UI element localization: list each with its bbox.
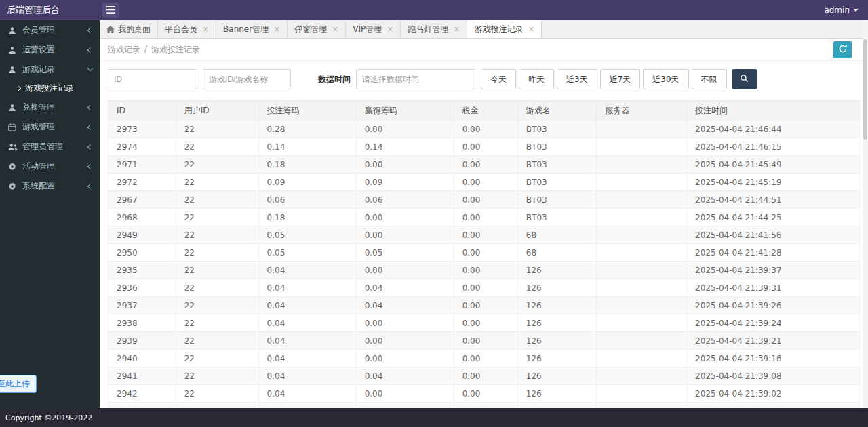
table-cell: BT03	[517, 174, 596, 191]
user-icon	[8, 104, 18, 112]
range-button-no-limit[interactable]: 不限	[692, 69, 727, 89]
tab-close-icon[interactable]: ×	[387, 24, 393, 34]
table-cell: 0.00	[454, 209, 517, 226]
refresh-button[interactable]	[833, 41, 852, 58]
table-cell: 2937	[108, 297, 176, 314]
chevron-right-icon	[16, 86, 21, 91]
table-cell: 2025-04-04 21:45:49	[687, 156, 860, 174]
range-button-last-30-days[interactable]: 近30天	[643, 69, 688, 89]
table-cell: 0.18	[258, 156, 356, 174]
sidebar-subitem-game-bet-records[interactable]: 游戏投注记录	[0, 79, 100, 98]
sidebar-item-game-records[interactable]: 游戏记录	[0, 60, 100, 79]
tab-label: 弹窗管理	[294, 24, 327, 35]
tab-marquee-management[interactable]: 跑马灯管理×	[401, 20, 467, 38]
table-cell: 2941	[108, 367, 176, 385]
sidebar-item-admin-management[interactable]: 管理员管理	[0, 137, 100, 157]
id-input[interactable]	[108, 69, 197, 89]
tab-label: 我的桌面	[118, 24, 151, 35]
table-cell: 0.09	[258, 174, 356, 191]
tab-popup-management[interactable]: 弹窗管理×	[288, 20, 346, 38]
records-table: ID用户ID投注筹码赢得筹码税金游戏名服务器投注时间 2973220.280.0…	[108, 100, 860, 408]
range-button-yesterday[interactable]: 昨天	[519, 69, 554, 89]
table-cell	[597, 138, 687, 156]
table-cell: 22	[176, 350, 258, 367]
sidebar-item-activity-management[interactable]: 活动管理	[0, 157, 100, 176]
table-cell	[597, 262, 687, 279]
table-cell: 22	[176, 244, 258, 262]
table-cell: 126	[517, 262, 596, 279]
sidebar-item-system-config[interactable]: 系统配置	[0, 176, 100, 196]
chevron-down-icon	[853, 9, 859, 12]
home-icon	[106, 26, 115, 33]
game-input[interactable]	[203, 69, 291, 89]
table-row: 2913220.120.120.00BT032025-04-04 20:35:3…	[108, 403, 860, 409]
table-cell: BT03	[517, 403, 596, 409]
chevron-left-icon	[87, 27, 93, 33]
table-row: 2942220.040.000.001262025-04-04 21:39:02	[108, 385, 860, 403]
time-input[interactable]	[356, 69, 475, 89]
table-cell: 22	[176, 209, 258, 226]
sidebar-item-member-management[interactable]: 会员管理	[0, 20, 100, 40]
table-cell: 0.04	[258, 262, 356, 279]
table-row: 2941220.040.040.001262025-04-04 21:39:08	[108, 367, 860, 385]
sidebar-item-exchange-management[interactable]: 兑换管理	[0, 98, 100, 117]
sidebar-item-game-management[interactable]: 游戏管理	[0, 117, 100, 137]
table-cell: 0.04	[258, 332, 356, 350]
table-cell: 0.04	[258, 350, 356, 367]
table-cell: 0.12	[258, 403, 356, 409]
scrollbar-thumb[interactable]	[863, 39, 867, 140]
table-header-row: ID用户ID投注筹码赢得筹码税金游戏名服务器投注时间	[108, 101, 860, 121]
table-cell	[597, 121, 687, 138]
table-cell: 126	[517, 350, 596, 367]
tab-close-icon[interactable]: ×	[273, 24, 280, 34]
range-button-last-7-days[interactable]: 近7天	[600, 69, 641, 89]
tab-banner-management[interactable]: Banner管理×	[216, 20, 288, 38]
chevron-down-icon	[87, 66, 93, 71]
chevron-left-icon	[87, 163, 93, 169]
tab-vip-management[interactable]: VIP管理×	[346, 20, 401, 38]
table-row: 2939220.040.000.001262025-04-04 21:39:21	[108, 332, 860, 350]
table-cell: 0.00	[454, 191, 517, 209]
tab-platform-members[interactable]: 平台会员×	[158, 20, 216, 38]
table-body: 2973220.280.000.00BT032025-04-04 21:46:4…	[108, 121, 860, 409]
tab-close-icon[interactable]: ×	[453, 24, 460, 34]
tab-game-bet-records[interactable]: 游戏投注记录×	[467, 20, 542, 38]
range-button-last-3-days[interactable]: 近3天	[557, 69, 597, 89]
table-cell: 2025-04-04 21:41:56	[687, 226, 860, 244]
table-cell	[597, 244, 687, 262]
scrollbar[interactable]	[863, 20, 868, 408]
tab-close-icon[interactable]: ×	[528, 24, 534, 34]
table-cell: 0.00	[454, 138, 517, 156]
table-cell: 2938	[108, 314, 176, 332]
username: admin	[824, 5, 850, 15]
user-menu[interactable]: admin	[824, 5, 868, 15]
column-header: 服务器	[597, 101, 687, 121]
column-header: 税金	[454, 101, 517, 121]
chevron-left-icon	[87, 183, 93, 188]
breadcrumb-separator: /	[144, 44, 147, 56]
table-cell	[597, 209, 687, 226]
table-cell: 0.00	[454, 385, 517, 403]
table-cell: 22	[176, 367, 258, 385]
sidebar-item-label: 管理员管理	[22, 141, 83, 152]
table-cell	[597, 367, 687, 385]
range-button-today[interactable]: 今天	[481, 69, 516, 89]
table-cell: 0.00	[356, 262, 454, 279]
sidebar-item-operation-settings[interactable]: 运营设置	[0, 40, 100, 60]
tab-close-icon[interactable]: ×	[202, 24, 209, 34]
table-cell: 126	[517, 332, 596, 350]
table-cell: 2973	[108, 121, 176, 138]
column-header: 投注筹码	[258, 101, 356, 121]
user-icon	[8, 26, 18, 35]
table-cell: 0.00	[454, 367, 517, 385]
table-cell	[597, 350, 687, 367]
search-button[interactable]	[732, 69, 757, 89]
table-cell: 0.00	[454, 121, 517, 138]
table-cell: 68	[517, 226, 596, 244]
sidebar-toggle-button[interactable]	[102, 3, 119, 18]
tab-my-desktop[interactable]: 我的桌面	[100, 20, 158, 38]
upload-hint-button[interactable]: 拖至此上传	[0, 375, 37, 393]
table-cell: 22	[176, 121, 258, 138]
tab-close-icon[interactable]: ×	[332, 24, 338, 34]
table-cell	[597, 279, 687, 297]
